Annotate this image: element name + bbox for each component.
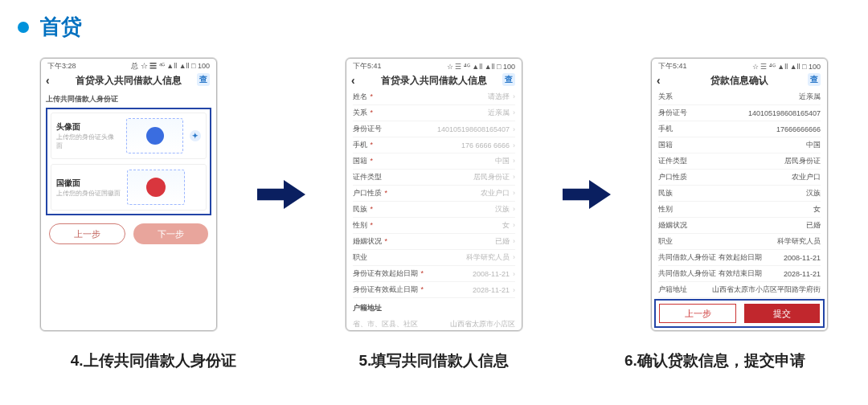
- chevron-right-icon: ›: [513, 108, 515, 117]
- id-upload-box: 头像面 上传您的身份证头像面 ✦ 国徽面 上传您的身份证国徽面: [46, 108, 211, 215]
- phone-2: 下午5:41 ☆ ☰ ⁴ᴳ ▲ll ▲ll □ 100 ‹ 首贷录入共同借款人信…: [346, 58, 522, 331]
- confirm-row: 身份证号140105198608165407: [658, 105, 821, 121]
- clock: 下午5:41: [353, 61, 382, 72]
- form-row[interactable]: 手机 *176 6666 6666›: [353, 137, 515, 153]
- field-label: 姓名 *: [353, 92, 373, 102]
- chevron-right-icon: ›: [513, 205, 515, 213]
- inspect-icon[interactable]: 查: [502, 73, 515, 86]
- form-list: 姓名 *请选择›关系 *近亲属›身份证号140105198608165407›手…: [346, 89, 522, 298]
- form-row[interactable]: 户口性质 *农业户口›: [353, 186, 515, 202]
- id-back-sub: 上传您的身份证国徽面: [56, 189, 121, 198]
- back-icon[interactable]: ‹: [351, 74, 355, 87]
- next-button[interactable]: 下一步: [133, 223, 208, 244]
- field-label: 关系: [658, 92, 673, 102]
- field-label: 共同借款人身份证 有效起始日期: [658, 252, 762, 263]
- chevron-right-icon: ›: [513, 157, 515, 165]
- id-front-row[interactable]: 头像面 上传您的身份证头像面 ✦: [51, 112, 207, 159]
- form-row[interactable]: 民族 *汉族›: [353, 202, 515, 218]
- clock: 下午3:28: [47, 61, 76, 72]
- id-back-text: 国徽面 上传您的身份证国徽面: [56, 178, 121, 198]
- field-label: 身份证有效截止日期 *: [353, 284, 424, 295]
- field-value: 汉族: [806, 188, 821, 198]
- field-label: 婚姻状况 *: [353, 236, 387, 247]
- phone-1: 下午3:28 总 ☆ ☰ ⁴ᴳ ▲ll ▲ll □ 100 ‹ 首贷录入共同借款…: [40, 58, 217, 331]
- id-back-title: 国徽面: [56, 178, 121, 189]
- field-label: 国籍: [658, 140, 673, 150]
- field-value: 中国: [806, 140, 821, 150]
- field-label: 性别 *: [353, 220, 373, 231]
- field-value: 科学研究人员›: [466, 252, 515, 263]
- form-row[interactable]: 性别 *女›: [353, 218, 515, 234]
- arrow-icon: [257, 178, 305, 211]
- confirm-row: 性别女: [658, 202, 821, 218]
- form-row[interactable]: 身份证有效截止日期 *2028-11-21›: [353, 282, 515, 298]
- inspect-icon[interactable]: 查: [197, 73, 210, 86]
- form-row[interactable]: 国籍 *中国›: [353, 153, 515, 170]
- form-row[interactable]: 关系 *近亲属›: [353, 105, 515, 121]
- page-title: 首贷录入共同借款人信息: [381, 74, 487, 88]
- chevron-right-icon: ›: [513, 141, 515, 149]
- id-front-sub: 上传您的身份证头像面: [56, 133, 120, 150]
- confirm-list: 关系近亲属身份证号140105198608165407手机17666666666…: [652, 89, 827, 325]
- form-row[interactable]: 证件类型居民身份证›: [353, 170, 515, 186]
- step-5-col: 下午5:41 ☆ ☰ ⁴ᴳ ▲ll ▲ll □ 100 ‹ 首贷录入共同借款人信…: [346, 58, 522, 331]
- prev-button[interactable]: 上一步: [49, 223, 125, 244]
- field-value: 已婚›: [495, 236, 515, 247]
- statusbar: 下午3:28 总 ☆ ☰ ⁴ᴳ ▲ll ▲ll □ 100: [41, 59, 216, 72]
- id-back-row[interactable]: 国徽面 上传您的身份证国徽面: [51, 164, 207, 211]
- arrow-1: [249, 178, 313, 211]
- form-row[interactable]: 身份证有效起始日期 *2008-11-21›: [353, 266, 515, 282]
- svg-marker-1: [563, 180, 611, 209]
- field-label: 手机 *: [353, 140, 373, 150]
- field-value: 2028-11-21›: [473, 286, 515, 294]
- field-value: 科学研究人员: [777, 236, 821, 247]
- confirm-row: 户籍地址山西省太原市小店区平阳路学府街: [658, 282, 821, 298]
- field-label: 性别: [658, 204, 673, 215]
- confirm-row: 共同借款人身份证 有效起始日期2008-11-21: [658, 250, 821, 266]
- confirm-row: 国籍中国: [658, 137, 821, 153]
- confirm-row: 共同借款人身份证 有效结束日期2028-11-21: [658, 266, 821, 282]
- submit-button[interactable]: 提交: [744, 304, 820, 323]
- step-buttons: 上一步 下一步: [41, 222, 216, 246]
- form-row[interactable]: 婚姻状况 *已婚›: [353, 234, 515, 250]
- field-value: 汉族›: [495, 204, 515, 215]
- field-label: 身份证号: [353, 124, 382, 134]
- field-label: 户口性质 *: [353, 188, 387, 198]
- chevron-right-icon: ›: [513, 270, 515, 278]
- confirm-row: 手机17666666666: [658, 121, 821, 137]
- field-value: 176 6666 6666›: [461, 141, 515, 149]
- field-value: 17666666666: [776, 125, 821, 133]
- back-icon[interactable]: ‹: [657, 74, 661, 87]
- id-front-title: 头像面: [56, 121, 120, 133]
- confirm-row: 关系近亲属: [658, 89, 821, 105]
- field-value: 居民身份证: [784, 156, 821, 166]
- chevron-right-icon: ›: [513, 221, 515, 229]
- chevron-right-icon: ›: [513, 253, 515, 261]
- navbar: ‹ 首贷录入共同借款人信息 查: [41, 72, 216, 89]
- field-value: 农业户口›: [481, 188, 515, 198]
- chevron-right-icon: ›: [513, 237, 515, 245]
- address-picker[interactable]: 省、市、区县、社区 山西省太原市小店区: [353, 315, 515, 331]
- emblem-icon: [146, 178, 166, 197]
- field-value: 已婚: [806, 220, 821, 231]
- form-row[interactable]: 姓名 *请选择›: [353, 89, 515, 105]
- statusbar: 下午5:41 ☆ ☰ ⁴ᴳ ▲ll ▲ll □ 100: [346, 59, 522, 72]
- confirm-row: 民族汉族: [658, 186, 821, 202]
- inspect-icon[interactable]: 查: [808, 73, 821, 86]
- svg-marker-0: [257, 180, 305, 209]
- status-icons: ☆ ☰ ⁴ᴳ ▲ll ▲ll □ 100: [752, 63, 821, 71]
- id-front-text: 头像面 上传您的身份证头像面: [56, 121, 120, 150]
- prev-button[interactable]: 上一步: [659, 304, 736, 323]
- arrow-icon: [563, 178, 611, 211]
- field-value: 2008-11-21: [784, 254, 821, 262]
- status-icons: 总 ☆ ☰ ⁴ᴳ ▲ll ▲ll □ 100: [131, 61, 210, 72]
- chevron-right-icon: ›: [513, 189, 515, 197]
- confirm-row: 证件类型居民身份证: [658, 153, 821, 170]
- chevron-right-icon: ›: [513, 173, 515, 181]
- field-label: 职业: [353, 252, 367, 263]
- form-row[interactable]: 身份证号140105198608165407›: [353, 121, 515, 137]
- field-value: 中国›: [495, 156, 515, 166]
- back-icon[interactable]: ‹: [46, 74, 50, 87]
- bullet-dot: [18, 22, 29, 33]
- form-row[interactable]: 职业科学研究人员›: [353, 250, 515, 266]
